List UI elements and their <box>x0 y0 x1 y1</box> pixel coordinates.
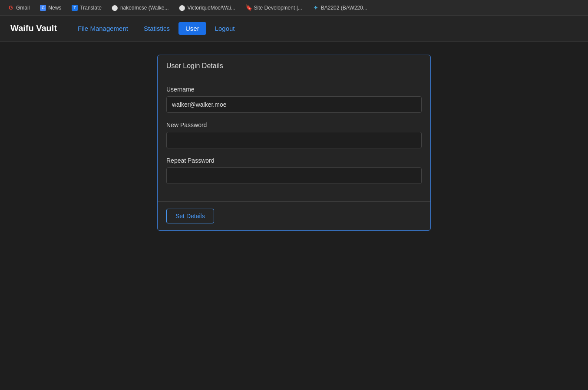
tab-ba2202[interactable]: ✈ BA2202 (BAW220... <box>308 3 372 13</box>
tab-sitedevelopment-label: Site Development |... <box>254 5 302 11</box>
form-title: User Login Details <box>166 62 223 69</box>
app-navbar: Waifu Vault File Management Statistics U… <box>0 16 588 42</box>
tab-victoriquemode[interactable]: ⬤ VictoriqueMoe/Wai... <box>175 3 240 13</box>
form-card-body: Username New Password Repeat Password <box>158 77 430 201</box>
new-password-input[interactable] <box>166 132 422 148</box>
news-icon: G <box>40 5 46 11</box>
nav-file-management[interactable]: File Management <box>71 22 135 35</box>
tab-nakedmcse-label: nakedmcse (Walke... <box>120 5 169 11</box>
tab-translate-label: Translate <box>80 5 102 11</box>
main-content: User Login Details Username New Password… <box>0 42 588 244</box>
nav-links: File Management Statistics User Logout <box>71 22 241 35</box>
tab-news[interactable]: G News <box>36 3 66 13</box>
browser-tab-bar: G Gmail G News T Translate ⬤ nakedmcse (… <box>0 0 588 16</box>
username-label: Username <box>166 86 422 93</box>
repeat-password-label: Repeat Password <box>166 157 422 164</box>
nav-statistics[interactable]: Statistics <box>137 22 177 35</box>
tab-translate[interactable]: T Translate <box>67 3 106 13</box>
tab-victoriquemode-label: VictoriqueMoe/Wai... <box>188 5 235 11</box>
translate-icon: T <box>72 5 78 11</box>
tab-ba2202-label: BA2202 (BAW220... <box>321 5 367 11</box>
form-card-footer: Set Details <box>158 201 430 230</box>
tab-news-label: News <box>48 5 61 11</box>
username-group: Username <box>166 86 422 113</box>
plane-icon: ✈ <box>313 5 319 11</box>
app-title: Waifu Vault <box>10 23 57 33</box>
repeat-password-input[interactable] <box>166 167 422 184</box>
username-input[interactable] <box>166 96 422 113</box>
new-password-group: New Password <box>166 121 422 148</box>
set-details-button[interactable]: Set Details <box>166 209 214 223</box>
bookmark-icon: 🔖 <box>246 5 252 11</box>
repeat-password-group: Repeat Password <box>166 157 422 184</box>
user-login-form-card: User Login Details Username New Password… <box>157 55 431 231</box>
nav-logout[interactable]: Logout <box>208 22 242 35</box>
form-card-header: User Login Details <box>158 55 430 77</box>
tab-sitedevelopment[interactable]: 🔖 Site Development |... <box>241 3 307 13</box>
github-icon: ⬤ <box>112 5 118 11</box>
tab-nakedmcse[interactable]: ⬤ nakedmcse (Walke... <box>108 3 173 13</box>
tab-gmail-label: Gmail <box>16 5 30 11</box>
tab-gmail[interactable]: G Gmail <box>3 3 34 13</box>
gmail-icon: G <box>8 5 14 11</box>
new-password-label: New Password <box>166 121 422 128</box>
nav-user[interactable]: User <box>178 22 206 35</box>
github-icon2: ⬤ <box>179 5 185 11</box>
